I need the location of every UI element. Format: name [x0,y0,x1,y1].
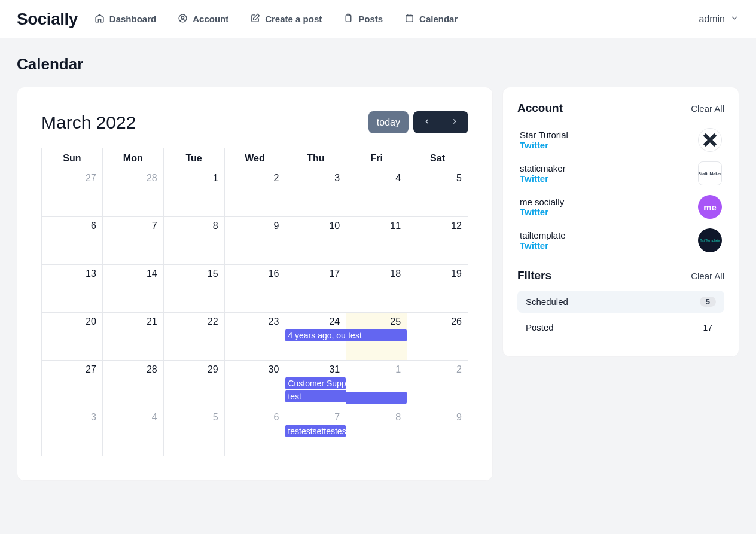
calendar-day-number: 30 [225,361,285,375]
nav-account[interactable]: Account [178,13,228,25]
calendar-day-number: 24 [285,313,346,327]
calendar-event[interactable]: Customer Support is key [285,377,346,389]
calendar-day-cell[interactable]: 4 [102,408,163,456]
filter-count: 5 [700,297,716,307]
user-menu[interactable]: admin [699,13,739,25]
clipboard-icon [343,13,353,25]
calendar-day-cell[interactable]: 31Customer Support is keytest [285,361,346,408]
nav-calendar[interactable]: Calendar [404,13,458,25]
calendar-day-cell[interactable]: 7testestsettestest [285,408,346,456]
calendar-day-cell[interactable]: 3 [285,169,346,217]
nav-dashboard[interactable]: Dashboard [94,13,156,25]
calendar-day-cell[interactable]: 27 [42,361,103,408]
calendar-day-number: 28 [103,169,163,184]
calendar-day-number: 7 [103,217,163,231]
chevron-left-icon [423,117,431,127]
calendar-day-cell[interactable]: 18 [346,265,407,313]
account-row[interactable]: tailtemplateTwitterTailTemplate [517,224,724,257]
filter-label: Scheduled [526,297,568,307]
clear-filters-button[interactable]: Clear All [691,271,724,281]
account-row[interactable]: staticmakerTwitterStaticMaker [517,157,724,190]
calendar-event[interactable]: testestsettestest [285,425,346,437]
calendar-event[interactable]: 4 years ago, our team came together [285,329,346,341]
calendar-panel: March 2022 today SunMonTueWedThuFriSat [17,87,493,481]
account-platform: Twitter [520,207,564,217]
calendar-day-cell[interactable]: 11 [346,217,407,265]
calendar-day-number: 16 [225,265,285,279]
calendar-day-number: 28 [103,361,163,375]
calendar-day-cell[interactable]: 17 [285,265,346,313]
app-logo[interactable]: Socially [17,10,78,29]
calendar-day-cell[interactable]: 27 [42,169,103,217]
month-nav-group [413,111,468,133]
prev-month-button[interactable] [413,111,441,133]
calendar-dow-header: Sun [42,148,103,169]
page-title: Calendar [17,55,739,74]
account-section-title: Account [517,102,563,115]
chevron-down-icon [730,13,739,25]
calendar-day-cell[interactable]: 22 [163,313,224,361]
calendar-day-cell[interactable]: 13 [42,265,103,313]
calendar-day-cell[interactable]: 23 [224,313,285,361]
calendar-day-cell[interactable]: 29 [163,361,224,408]
calendar-day-number: 20 [42,313,102,327]
nav-posts[interactable]: Posts [343,13,383,25]
filter-row[interactable]: Scheduled5 [517,291,724,313]
calendar-day-cell[interactable]: 6 [42,217,103,265]
user-circle-icon [178,13,188,25]
calendar-day-cell[interactable]: 12 [407,217,468,265]
calendar-day-cell[interactable]: 20 [42,313,103,361]
filter-row[interactable]: Posted17 [517,316,724,338]
calendar-day-cell[interactable]: 9 [224,217,285,265]
calendar-day-cell[interactable]: 14 [102,265,163,313]
account-row[interactable]: Star TutorialTwitter [517,123,724,157]
account-row[interactable]: me sociallyTwitterme [517,190,724,224]
calendar-event[interactable]: test [346,329,407,341]
calendar-day-cell[interactable]: 9 [407,408,468,456]
calendar-day-cell[interactable]: 15 [163,265,224,313]
calendar-month-label: March 2022 [41,112,136,133]
calendar-day-cell[interactable]: 8 [163,217,224,265]
calendar-day-cell[interactable]: 30 [224,361,285,408]
calendar-day-cell[interactable]: 3 [42,408,103,456]
calendar-day-cell[interactable]: 28 [102,361,163,408]
calendar-day-cell[interactable]: 25test [346,313,407,361]
calendar-day-cell[interactable]: 1cont [346,361,407,408]
account-avatar: me [698,195,722,219]
calendar-day-cell[interactable]: 19 [407,265,468,313]
calendar-day-cell[interactable]: 5 [407,169,468,217]
calendar-day-cell[interactable]: 21 [102,313,163,361]
calendar-event[interactable]: test [285,390,346,402]
calendar-event[interactable]: cont [346,392,407,404]
calendar-day-number: 12 [407,217,468,231]
calendar-day-cell[interactable]: 4 [346,169,407,217]
nav-label: Calendar [419,14,458,24]
calendar-dow-header: Thu [285,148,346,169]
calendar-day-cell[interactable]: 1 [163,169,224,217]
calendar-day-number: 8 [164,217,224,231]
calendar-day-number: 3 [285,169,346,184]
calendar-day-cell[interactable]: 6 [224,408,285,456]
calendar-day-cell[interactable]: 10 [285,217,346,265]
calendar-day-cell[interactable]: 244 years ago, our team came together [285,313,346,361]
calendar-day-cell[interactable]: 7 [102,217,163,265]
calendar-day-number: 6 [42,217,102,231]
next-month-button[interactable] [441,111,468,133]
calendar-day-cell[interactable]: 16 [224,265,285,313]
account-avatar: StaticMaker [698,161,722,185]
clear-accounts-button[interactable]: Clear All [691,103,724,114]
main-nav: Dashboard Account Create a post Posts Ca… [94,13,458,25]
calendar-day-cell[interactable]: 2 [224,169,285,217]
calendar-dow-header: Wed [224,148,285,169]
calendar-day-number: 1 [164,169,224,184]
calendar-day-number: 9 [407,408,468,423]
calendar-day-cell[interactable]: 28 [102,169,163,217]
calendar-day-cell[interactable]: 2 [407,361,468,408]
today-button[interactable]: today [368,111,409,133]
calendar-day-number: 5 [407,169,468,184]
calendar-day-number: 2 [407,361,468,375]
calendar-day-cell[interactable]: 5 [163,408,224,456]
calendar-day-cell[interactable]: 8 [346,408,407,456]
calendar-day-cell[interactable]: 26 [407,313,468,361]
nav-create-post[interactable]: Create a post [250,13,322,25]
